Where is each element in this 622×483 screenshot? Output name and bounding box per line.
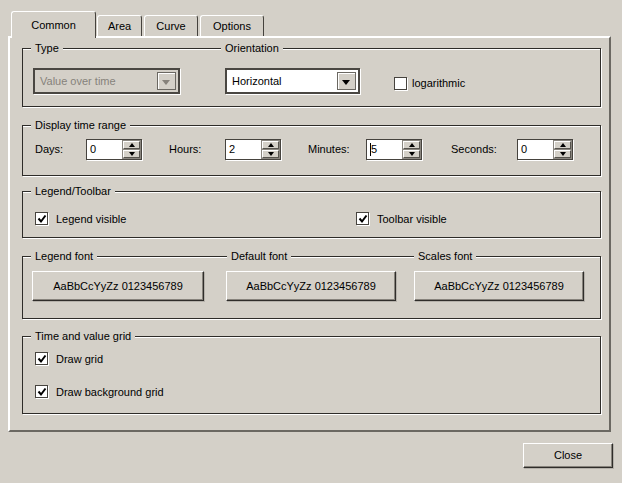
minutes-spinbox-value[interactable]: 5 <box>367 140 402 159</box>
default-font-title: Default font <box>227 250 291 263</box>
seconds-label: Seconds: <box>451 143 497 156</box>
arrow-down-icon <box>560 152 566 156</box>
spin-down-button[interactable] <box>554 150 571 158</box>
toolbar-visible-checkbox[interactable] <box>356 212 369 225</box>
arrow-down-icon <box>129 152 135 156</box>
days-spinbox-buttons <box>122 140 141 159</box>
legend-font-button[interactable]: AaBbCcYyZz 0123456789 <box>32 271 204 301</box>
type-orientation-groupbox: Type Orientation Value over time Horizon… <box>22 48 601 107</box>
scales-font-title: Scales font <box>414 250 476 263</box>
hours-spinbox-buttons <box>261 140 280 159</box>
check-icon <box>358 214 368 224</box>
spin-down-button[interactable] <box>262 150 279 158</box>
draw-grid-checkbox[interactable] <box>35 352 48 365</box>
seconds-spinbox-value[interactable]: 0 <box>518 140 553 159</box>
arrow-up-icon <box>129 143 135 147</box>
tab-area-label: Area <box>108 20 131 32</box>
fonts-groupbox: Legend font Default font Scales font AaB… <box>22 256 601 319</box>
tab-options[interactable]: Options <box>200 15 264 36</box>
minutes-label: Minutes: <box>308 143 350 156</box>
legend-toolbar-title: Legend/Toolbar <box>31 185 115 198</box>
arrow-down-icon <box>409 152 415 156</box>
orientation-combobox-dropdown-button[interactable] <box>337 72 356 90</box>
chevron-down-icon <box>342 80 350 85</box>
legend-toolbar-groupbox: Legend/Toolbar Legend visible Toolbar vi… <box>22 191 601 238</box>
draw-grid-label[interactable]: Draw grid <box>56 353 103 366</box>
arrow-up-icon <box>560 143 566 147</box>
default-font-button[interactable]: AaBbCcYyZz 0123456789 <box>226 271 396 301</box>
display-time-range-groupbox: Display time range Days: 0 Hours: 2 Minu… <box>22 125 601 176</box>
display-time-range-title: Display time range <box>31 119 130 132</box>
tab-common[interactable]: Common <box>11 11 96 38</box>
orientation-combobox-value: Horizontal <box>232 73 282 89</box>
spin-up-button[interactable] <box>403 141 420 149</box>
check-icon <box>37 354 47 364</box>
draw-background-grid-label[interactable]: Draw background grid <box>56 386 164 399</box>
grid-groupbox: Time and value grid Draw grid Draw backg… <box>22 336 601 414</box>
tab-curve[interactable]: Curve <box>144 15 198 36</box>
grid-group-title: Time and value grid <box>31 330 135 343</box>
type-combobox-value: Value over time <box>40 73 116 89</box>
plot-properties-dialog: Common Area Curve Options Type Orientati… <box>0 0 622 483</box>
logarithmic-checkbox[interactable] <box>394 77 407 90</box>
orientation-combobox[interactable]: Horizontal <box>225 68 360 94</box>
spin-up-button[interactable] <box>262 141 279 149</box>
minutes-spinbox[interactable]: 5 <box>366 139 422 160</box>
spin-up-button[interactable] <box>554 141 571 149</box>
days-label: Days: <box>35 143 63 156</box>
spin-down-button[interactable] <box>403 150 420 158</box>
legend-font-title: Legend font <box>31 250 97 263</box>
spin-up-button[interactable] <box>123 141 140 149</box>
logarithmic-checkbox-label[interactable]: logarithmic <box>412 77 465 90</box>
tab-area[interactable]: Area <box>97 15 142 36</box>
type-combobox-dropdown-button <box>157 72 176 90</box>
check-icon <box>37 387 47 397</box>
close-button[interactable]: Close <box>523 443 613 468</box>
hours-label: Hours: <box>169 143 201 156</box>
type-group-title: Type <box>31 42 63 55</box>
tab-curve-label: Curve <box>156 20 185 32</box>
arrow-down-icon <box>268 152 274 156</box>
orientation-group-title: Orientation <box>221 42 283 55</box>
spin-down-button[interactable] <box>123 150 140 158</box>
hours-spinbox-value[interactable]: 2 <box>226 140 261 159</box>
seconds-spinbox[interactable]: 0 <box>517 139 573 160</box>
days-spinbox-value[interactable]: 0 <box>87 140 122 159</box>
arrow-up-icon <box>409 143 415 147</box>
minutes-spinbox-buttons <box>402 140 421 159</box>
days-spinbox[interactable]: 0 <box>86 139 142 160</box>
tab-page-common: Type Orientation Value over time Horizon… <box>8 36 611 432</box>
legend-visible-checkbox[interactable] <box>35 212 48 225</box>
chevron-down-icon <box>162 80 170 85</box>
seconds-spinbox-buttons <box>553 140 572 159</box>
draw-background-grid-checkbox[interactable] <box>35 385 48 398</box>
scales-font-button[interactable]: AaBbCcYyZz 0123456789 <box>414 271 584 301</box>
toolbar-visible-label[interactable]: Toolbar visible <box>377 213 447 226</box>
legend-visible-label[interactable]: Legend visible <box>56 213 126 226</box>
tab-options-label: Options <box>213 20 251 32</box>
check-icon <box>37 214 47 224</box>
type-combobox: Value over time <box>33 68 180 94</box>
hours-spinbox[interactable]: 2 <box>225 139 281 160</box>
tab-common-label: Common <box>31 19 76 31</box>
arrow-up-icon <box>268 143 274 147</box>
